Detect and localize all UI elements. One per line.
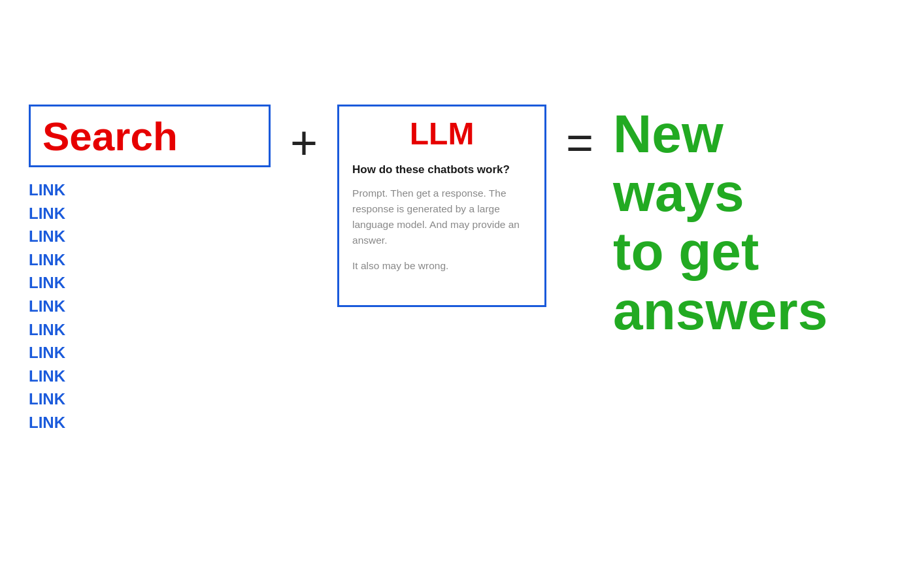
result-line1: New (613, 105, 827, 163)
new-ways-text: New ways to get answers (613, 105, 827, 340)
result-line4: answers (613, 282, 827, 340)
list-item[interactable]: LINK (29, 388, 65, 410)
list-item[interactable]: LINK (29, 412, 65, 434)
plus-sign: + (290, 111, 318, 174)
list-item[interactable]: LINK (29, 179, 65, 201)
list-item[interactable]: LINK (29, 342, 65, 364)
result-line3: to get (613, 222, 827, 281)
result-line2: ways (613, 163, 827, 222)
list-item[interactable]: LINK (29, 295, 65, 318)
list-item[interactable]: LINK (29, 249, 65, 271)
list-item[interactable]: LINK (29, 319, 65, 341)
list-item[interactable]: LINK (29, 272, 65, 294)
llm-body: Prompt. Then get a response. The respons… (352, 186, 531, 248)
list-item[interactable]: LINK (29, 365, 65, 387)
search-box: Search (29, 105, 271, 167)
llm-title: LLM (410, 116, 474, 152)
search-label: Search (42, 113, 178, 159)
links-list: LINK LINK LINK LINK LINK LINK LINK LINK … (29, 179, 65, 434)
main-container: Search LINK LINK LINK LINK LINK LINK LIN… (0, 0, 915, 434)
list-item[interactable]: LINK (29, 225, 65, 248)
llm-box: LLM How do these chatbots work? Prompt. … (337, 105, 546, 307)
equals-sign: = (566, 111, 593, 174)
llm-question: How do these chatbots work? (352, 163, 510, 176)
list-item[interactable]: LINK (29, 203, 65, 225)
llm-footer: It also may be wrong. (352, 260, 448, 272)
search-column: Search LINK LINK LINK LINK LINK LINK LIN… (29, 105, 271, 434)
